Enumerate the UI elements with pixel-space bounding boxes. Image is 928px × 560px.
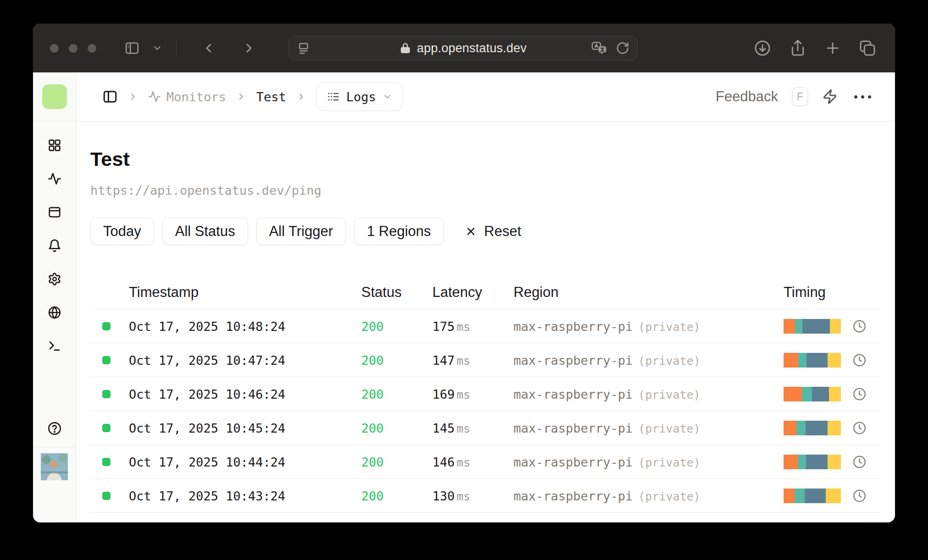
sidebar-item-status-pages[interactable]	[47, 205, 62, 220]
app-sidebar-toggle-icon[interactable]	[102, 89, 118, 104]
clock-icon[interactable]	[852, 353, 867, 368]
cell-latency: 145ms	[432, 421, 470, 435]
timing-bar	[784, 387, 841, 401]
timing-segment-connect	[796, 421, 806, 435]
share-icon[interactable]	[789, 39, 807, 57]
downloads-icon[interactable]	[753, 39, 772, 57]
region-visibility: (private)	[638, 456, 700, 469]
forward-button[interactable]	[242, 41, 256, 55]
bell-icon	[48, 239, 61, 253]
breadcrumb-monitor-name[interactable]: Test	[256, 90, 286, 104]
table-row[interactable]: Oct 17, 2025 10:45:24 200 145ms max-rasp…	[76, 411, 895, 445]
back-button[interactable]	[201, 41, 216, 55]
column-header-status: Status	[361, 284, 402, 301]
clock-icon[interactable]	[852, 489, 867, 503]
cell-latency: 130ms	[432, 489, 470, 503]
breadcrumb: Monitors Test Logs	[102, 82, 403, 111]
sidebar-item-regions[interactable]	[47, 305, 62, 320]
timing-segment-ttfb	[806, 353, 828, 368]
region-visibility: (private)	[638, 388, 700, 401]
sidebar-item-notifications[interactable]	[47, 238, 62, 253]
timing-segment-dns	[784, 455, 798, 469]
timing-segment-dns	[784, 387, 802, 401]
timing-segment-dns	[784, 319, 795, 334]
feedback-button[interactable]: Feedback	[716, 88, 778, 105]
sidebar-item-dashboard[interactable]	[47, 138, 62, 153]
timing-segment-ttfb	[806, 455, 828, 469]
cell-region: max-raspberry-pi(private)	[514, 387, 701, 401]
timing-segment-ttfb	[805, 489, 826, 503]
timing-segment-connect	[798, 353, 806, 368]
filter-trigger[interactable]: All Trigger	[256, 218, 346, 245]
filter-date[interactable]: Today	[90, 218, 154, 245]
close-window-button[interactable]	[50, 44, 59, 53]
dashboard-grid-icon	[48, 138, 61, 152]
new-tab-icon[interactable]	[824, 39, 841, 57]
chevron-right-icon	[128, 92, 138, 102]
status-ok-dot	[102, 424, 110, 432]
clock-icon[interactable]	[852, 387, 867, 401]
address-url[interactable]: app.openstatus.dev	[417, 41, 526, 55]
user-avatar[interactable]	[41, 453, 76, 480]
timing-segment-transfer	[826, 489, 841, 503]
breadcrumb-monitors[interactable]: Monitors	[148, 90, 226, 104]
translate-icon[interactable]	[591, 40, 608, 56]
cell-status: 200	[361, 455, 384, 469]
cell-timestamp: Oct 17, 2025 10:45:24	[129, 421, 285, 435]
status-ok-dot	[102, 390, 110, 398]
timing-segment-transfer	[828, 455, 841, 469]
page-title: Test	[90, 148, 895, 170]
address-bar[interactable]: app.openstatus.dev	[289, 36, 637, 60]
browser-sidebar-toggle-icon[interactable]	[124, 40, 140, 56]
table-row[interactable]: Oct 17, 2025 10:46:24 200 169ms max-rasp…	[76, 377, 895, 411]
app-sidebar	[33, 72, 76, 522]
cell-status: 200	[361, 421, 384, 435]
table-row[interactable]: Oct 17, 2025 10:43:24 200 130ms max-rasp…	[76, 479, 895, 513]
help-circle-icon	[47, 421, 62, 436]
clock-icon[interactable]	[852, 455, 867, 469]
cell-latency: 147ms	[432, 353, 470, 368]
region-visibility: (private)	[638, 320, 700, 334]
monitor-endpoint-url: https://api.openstatus.dev/ping	[90, 183, 895, 198]
activity-icon	[48, 172, 61, 186]
cell-latency: 146ms	[432, 455, 470, 469]
clock-icon[interactable]	[852, 319, 867, 334]
sidebar-chevron-down-icon[interactable]	[152, 43, 162, 53]
status-ok-dot	[102, 356, 110, 364]
timing-segment-dns	[784, 353, 798, 368]
status-ok-dot	[102, 322, 110, 330]
cell-region: max-raspberry-pi(private)	[514, 421, 701, 435]
sidebar-item-help[interactable]	[47, 421, 62, 436]
zoom-window-button[interactable]	[88, 44, 96, 53]
status-ok-dot	[102, 492, 110, 500]
reload-icon[interactable]	[616, 41, 630, 55]
tab-overview-icon[interactable]	[858, 39, 877, 57]
filter-status[interactable]: All Status	[162, 218, 248, 245]
cell-status: 200	[361, 489, 384, 503]
clock-icon[interactable]	[852, 421, 867, 435]
column-header-timing: Timing	[784, 284, 826, 301]
app-header: Monitors Test Logs F	[76, 72, 895, 121]
more-options-button[interactable]	[851, 93, 874, 101]
workspace-logo[interactable]	[42, 84, 67, 109]
latency-unit: ms	[457, 320, 470, 334]
globe-icon	[48, 306, 61, 319]
cell-timestamp: Oct 17, 2025 10:48:24	[129, 319, 285, 334]
filter-regions[interactable]: 1 Regions	[354, 218, 444, 245]
browser-window: app.openstatus.dev	[33, 24, 895, 522]
sidebar-item-settings[interactable]	[47, 272, 62, 286]
reset-filters-button[interactable]: Reset	[465, 223, 521, 240]
view-selector-button[interactable]: Logs	[316, 82, 403, 111]
table-row[interactable]: Oct 17, 2025 10:44:24 200 146ms max-rasp…	[76, 445, 895, 479]
minimize-window-button[interactable]	[69, 44, 77, 53]
timing-segment-dns	[784, 489, 795, 503]
timing-segment-connect	[798, 455, 806, 469]
timing-bar	[784, 353, 841, 368]
page-preview-icon[interactable]	[297, 41, 310, 55]
latency-unit: ms	[457, 388, 470, 401]
sidebar-item-monitors[interactable]	[47, 171, 62, 186]
zap-icon[interactable]	[822, 89, 838, 104]
table-row[interactable]: Oct 17, 2025 10:47:24 200 147ms max-rasp…	[76, 343, 895, 377]
sidebar-item-cli[interactable]	[47, 339, 62, 353]
table-row[interactable]: Oct 17, 2025 10:48:24 200 175ms max-rasp…	[76, 309, 895, 343]
